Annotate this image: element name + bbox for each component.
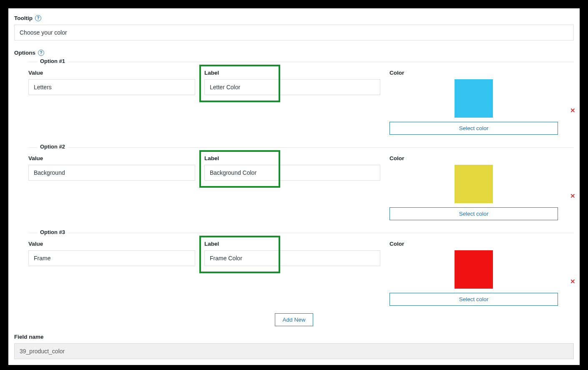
remove-option-button[interactable]: ✕ [570,107,575,113]
select-color-button[interactable]: Select color [389,207,558,220]
select-color-button[interactable]: Select color [389,293,558,306]
remove-option-button[interactable]: ✕ [570,278,575,284]
color-swatch[interactable] [455,165,493,203]
help-icon[interactable]: ? [35,15,41,21]
options-label-text: Options [14,50,35,56]
value-column-label: Value [28,241,195,247]
settings-panel: Tooltip ? Options ? Option #1 Value Labe… [8,8,580,365]
value-column-label: Value [28,155,195,161]
option-label-input[interactable] [204,250,380,266]
color-swatch[interactable] [455,250,493,289]
remove-option-button[interactable]: ✕ [570,193,575,199]
option-label-input[interactable] [204,165,380,181]
label-column-label: Label [204,155,380,161]
label-column-label: Label [204,241,380,247]
tooltip-input[interactable] [14,25,574,40]
label-column-label: Label [204,70,380,76]
help-icon[interactable]: ? [38,50,44,56]
option-legend: Option #2 [38,143,68,150]
option-value-input[interactable] [28,165,195,181]
add-new-button[interactable]: Add New [275,313,314,326]
option-value-input[interactable] [28,79,195,95]
color-column-label: Color [389,241,558,247]
option-legend: Option #3 [38,229,68,235]
color-swatch[interactable] [455,79,493,118]
option-block: Option #2 Value Label Color Select color… [28,147,574,220]
tooltip-label-text: Tooltip [14,15,33,21]
option-value-input[interactable] [28,250,195,266]
color-column-label: Color [389,70,558,76]
select-color-button[interactable]: Select color [389,122,558,135]
option-legend: Option #1 [38,58,68,64]
field-name-input [14,343,574,359]
value-column-label: Value [28,70,195,76]
field-name-section-label: Field name [14,334,574,340]
option-block: Option #1 Value Label Color Select color… [28,62,574,135]
color-column-label: Color [389,155,558,161]
option-block: Option #3 Value Label Color Select color… [28,233,574,306]
options-section-label: Options ? [14,50,574,56]
option-label-input[interactable] [204,79,380,95]
tooltip-section-label: Tooltip ? [14,15,574,21]
field-name-label-text: Field name [14,334,44,340]
